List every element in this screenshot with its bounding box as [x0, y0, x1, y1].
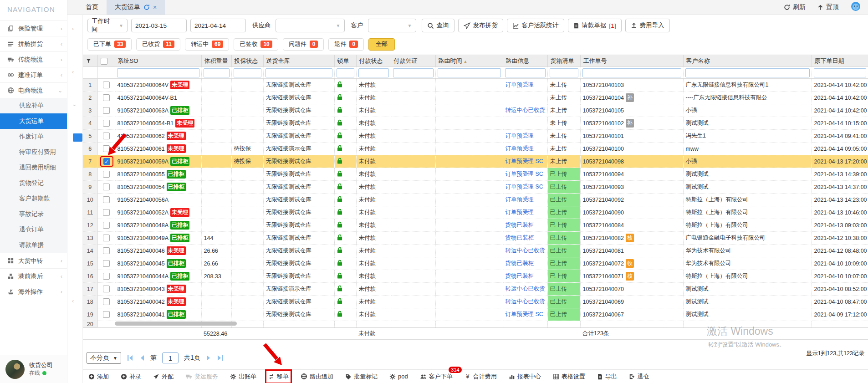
- lock-icon[interactable]: [337, 107, 342, 114]
- supplier-select[interactable]: ▼: [276, 19, 345, 32]
- route-info-link[interactable]: 订单预受理: [505, 145, 534, 152]
- action-路由追加[interactable]: 路由追加: [301, 373, 333, 381]
- action-货运服务[interactable]: 货运服务: [185, 373, 218, 381]
- select-all-checkbox[interactable]: [101, 58, 107, 65]
- lock-icon[interactable]: [337, 158, 342, 165]
- column-filter-input[interactable]: [234, 68, 261, 77]
- route-info-link[interactable]: 订单预受理: [505, 209, 534, 215]
- 刷新-button[interactable]: 刷新: [784, 3, 806, 11]
- row-checkbox[interactable]: [103, 235, 110, 241]
- route-info-link[interactable]: 货物已装柜: [505, 235, 534, 241]
- table-row[interactable]: 14 810537210400046未受理 26.66 无限链接测试仓库 未付款…: [83, 245, 868, 257]
- col-header-lock[interactable]: 锁单: [334, 55, 356, 67]
- table-row[interactable]: 18 810537210400042未受理 无限链接测试仓库 未付款 转运中心已…: [83, 296, 868, 308]
- sidebar-item-退仓订单[interactable]: 退仓订单: [0, 222, 67, 237]
- sidebar-item-客户超期款[interactable]: 客户超期款: [0, 191, 67, 206]
- route-info-link[interactable]: 订单预受理: [505, 82, 534, 88]
- table-row[interactable]: 8 810537210400055已排柜 无限链接测试仓库 未付款 订单预受理 …: [83, 168, 868, 181]
- sidebar-item-退回费用明细[interactable]: 退回费用明细: [0, 160, 67, 175]
- table-row[interactable]: 10 910537210400056A 无限链接测试仓库 未付款 订单预受理 已…: [83, 194, 868, 206]
- page-size-select[interactable]: 不分页▼: [87, 352, 121, 364]
- col-header-box[interactable]: 货箱清单: [547, 55, 580, 67]
- sidebar-item-事故记录[interactable]: 事故记录: [0, 206, 67, 222]
- sidebar-item-货物登记[interactable]: 货物登记: [0, 175, 67, 191]
- action-退仓[interactable]: 退仓: [629, 373, 649, 381]
- collapse-strip[interactable]: ‹ ‹ ⌄ ‹: [67, 15, 83, 383]
- lock-icon[interactable]: [337, 221, 342, 229]
- scroll-thumb[interactable]: [73, 133, 82, 142]
- sidebar-item-港前港后[interactable]: 港前港后‹: [0, 268, 67, 284]
- row-checkbox[interactable]: [103, 196, 110, 203]
- action-导出[interactable]: 导出: [597, 373, 617, 381]
- close-icon[interactable]: ×: [153, 4, 157, 11]
- row-checkbox[interactable]: [103, 286, 110, 292]
- row-checkbox[interactable]: [103, 311, 110, 318]
- action-出账单[interactable]: 出账单: [230, 373, 256, 381]
- 发布拼货-button[interactable]: 发布拼货: [458, 19, 503, 32]
- 请款单据-button[interactable]: 请款单据[1]: [568, 19, 622, 32]
- row-checkbox[interactable]: [103, 120, 110, 127]
- row-checkbox[interactable]: [103, 94, 110, 101]
- action-报表中心[interactable]: 报表中心: [509, 373, 541, 381]
- route-info-link[interactable]: 货物已装柜: [505, 260, 534, 266]
- sidebar-item-传统物流[interactable]: 传统物流‹: [0, 51, 67, 67]
- col-header-route[interactable]: 路由信息: [503, 55, 547, 67]
- action-添加[interactable]: 添加: [88, 373, 109, 381]
- sidebar-item-请款单据[interactable]: 请款单据: [0, 237, 67, 253]
- status-tab-全部[interactable]: 全部: [368, 38, 395, 51]
- sidebar-item-供应补单[interactable]: 供应补单: [0, 98, 67, 113]
- sidebar-item-建准订单[interactable]: 建准订单‹: [0, 67, 67, 82]
- col-header-wh[interactable]: 送货仓库: [263, 55, 334, 67]
- lock-icon[interactable]: [337, 132, 342, 140]
- lock-icon[interactable]: [337, 298, 342, 306]
- action-客户下单[interactable]: 客户下单 314: [420, 373, 453, 381]
- column-filter-input[interactable]: [117, 68, 199, 77]
- tab-大货运单[interactable]: 大货运单×: [107, 0, 165, 15]
- assistant-button[interactable]: [851, 1, 861, 13]
- column-filter-input[interactable]: [204, 68, 230, 77]
- column-filter-input[interactable]: [337, 68, 354, 77]
- table-row[interactable]: 7 ✓ 910537210400059A已排柜 待投保 无限链接测试仓库 未付款…: [83, 155, 868, 168]
- row-checkbox[interactable]: [103, 298, 110, 305]
- col-header-pay[interactable]: 付款状态: [356, 55, 391, 67]
- lock-icon[interactable]: [337, 272, 342, 280]
- row-checkbox[interactable]: [103, 222, 110, 229]
- route-info-link[interactable]: 订单预受理 SC: [505, 158, 543, 164]
- action-pod[interactable]: pod: [389, 373, 408, 380]
- sidebar-item-海外操作[interactable]: 海外操作‹: [0, 284, 67, 299]
- column-filter-input[interactable]: [393, 68, 434, 77]
- row-checkbox[interactable]: [103, 209, 110, 216]
- lock-icon[interactable]: [337, 183, 342, 191]
- row-checkbox[interactable]: [103, 171, 110, 178]
- 置顶-button[interactable]: 置顶: [817, 3, 839, 11]
- action-表格设置[interactable]: 表格设置: [553, 373, 585, 381]
- column-filter-input[interactable]: [685, 68, 810, 77]
- lock-icon[interactable]: [337, 196, 342, 204]
- lock-icon[interactable]: [337, 170, 342, 178]
- col-header-cb[interactable]: [97, 55, 115, 67]
- customer-select[interactable]: ▼: [368, 19, 416, 32]
- sidebar-item-待审应付费用[interactable]: 待审应付费用: [0, 144, 67, 160]
- table-row[interactable]: 11 910537210400052A未受理 无限链接测试仓库 未付款 订单预受…: [83, 206, 868, 219]
- row-checkbox[interactable]: [103, 133, 110, 139]
- status-tab-已收货[interactable]: 已收货11: [136, 38, 180, 51]
- sidebar-item-保险管理[interactable]: 保险管理‹: [0, 20, 67, 36]
- table-row[interactable]: 9 810537210400054已排柜 无限链接测试仓库 未付款 订单预受理 …: [83, 181, 868, 194]
- status-tab-问题件[interactable]: 问题件0: [283, 38, 324, 51]
- table-row[interactable]: 16 910537210400044A已排柜 208.33 无限链接测试仓库 未…: [83, 270, 868, 283]
- col-header-cust[interactable]: 客户名称: [683, 55, 812, 67]
- action-外配[interactable]: 外配: [153, 373, 174, 381]
- table-row[interactable]: 17 810537210400043未受理 无限链接演示仓库 未付款 转运中心已…: [83, 283, 868, 296]
- column-filter-input[interactable]: [358, 68, 389, 77]
- status-tab-转运中[interactable]: 转运中69: [185, 38, 229, 51]
- horizontal-scrollbar[interactable]: [115, 322, 237, 326]
- route-info-link[interactable]: 转运中心已收货: [505, 286, 546, 292]
- row-checkbox[interactable]: [103, 273, 110, 280]
- table-row[interactable]: 4 810537210400054-B1未受理 无限链接测试仓库 未付款 未上传…: [83, 117, 868, 130]
- column-filter-input[interactable]: [438, 68, 501, 77]
- table-row[interactable]: 5 410537210400062未受理 无限链接测试仓库 未付款 订单预受理 …: [83, 130, 868, 143]
- action-移单[interactable]: 移单: [268, 373, 289, 381]
- lock-icon[interactable]: [337, 234, 342, 242]
- row-checkbox[interactable]: [103, 107, 110, 114]
- 客户活跃统计-button[interactable]: 客户活跃统计: [507, 19, 564, 32]
